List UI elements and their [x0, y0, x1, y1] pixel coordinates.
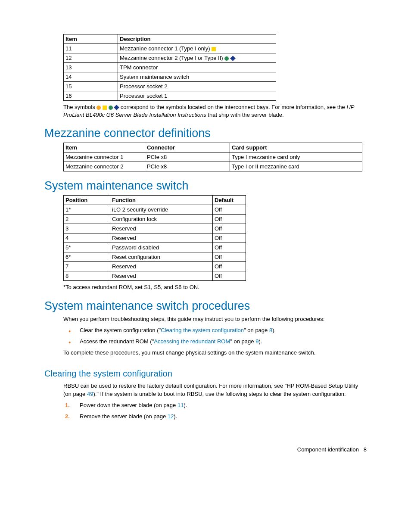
- section-name: Component identification: [297, 446, 359, 453]
- list-item: Remove the server blade (on page 12).: [63, 413, 367, 420]
- page-link[interactable]: 11: [177, 402, 184, 408]
- cell: Reserved: [110, 233, 213, 243]
- cell: Off: [213, 271, 246, 281]
- cell: PCIe x8: [145, 152, 230, 162]
- column-header: Item: [64, 143, 145, 152]
- csc-steps: Power down the server blade (on page 11)…: [63, 401, 367, 420]
- cell: 6*: [64, 252, 110, 262]
- cell-item: 11: [64, 44, 118, 53]
- cell-item: 16: [64, 91, 118, 101]
- cell-item: 13: [64, 63, 118, 72]
- page-link[interactable]: 49: [87, 391, 93, 397]
- table-row: 2Configuration lockOff: [64, 215, 246, 224]
- text: ).: [184, 402, 187, 408]
- cell: Off: [213, 233, 246, 243]
- cell: 5*: [64, 243, 110, 252]
- text: Processor socket 1: [120, 93, 168, 99]
- table-row: 11Mezzanine connector 1 (Type I only): [64, 44, 276, 53]
- cell: iLO 2 security override: [110, 205, 213, 215]
- heading-system-maintenance-switch: System maintenance switch: [44, 179, 367, 193]
- table-row: 7ReservedOff: [64, 262, 246, 271]
- column-header: Card support: [230, 143, 362, 152]
- text: that ship with the server blade.: [208, 112, 283, 118]
- text: Clear the system configuration (": [80, 327, 161, 333]
- cell: Password disabled: [110, 243, 213, 252]
- symbols-note: The symbols correspond to the symbols lo…: [63, 103, 367, 119]
- list-item: Power down the server blade (on page 11)…: [63, 401, 367, 409]
- cell-description: Processor socket 1: [118, 91, 276, 101]
- cell: PCIe x8: [145, 162, 230, 171]
- text: System maintenance switch: [120, 74, 189, 80]
- table-row: 13TPM connector: [64, 63, 276, 72]
- table-row: 15Processor socket 2: [64, 82, 276, 91]
- cell: Mezzanine connector 1: [64, 152, 145, 162]
- cell: Reset configuration: [110, 252, 213, 262]
- table-item-description: ItemDescription11Mezzanine connector 1 (…: [63, 34, 276, 101]
- table-mezzanine: ItemConnectorCard supportMezzanine conne…: [63, 143, 362, 171]
- text: ).: [272, 327, 276, 333]
- table-row: 3ReservedOff: [64, 224, 246, 233]
- cell: 8: [64, 271, 110, 281]
- cell: Off: [213, 215, 246, 224]
- column-header: Position: [64, 196, 110, 205]
- orange-circle-icon: [97, 106, 101, 110]
- sms-procedures-bullets: Clear the system configuration ("Clearin…: [63, 327, 367, 345]
- list-item: Access the redundant ROM ("Accessing the…: [63, 338, 367, 345]
- table-row: 8ReservedOff: [64, 271, 246, 281]
- cell-description: Processor socket 2: [118, 82, 276, 91]
- cell-description: System maintenance switch: [118, 72, 276, 82]
- table-row: Mezzanine connector 1PCIe x8Type I mezza…: [64, 152, 362, 162]
- table-row: Mezzanine connector 2PCIe x8Type I or II…: [64, 162, 362, 171]
- yellow-square-icon: [212, 47, 216, 51]
- text: correspond to the symbols located on the…: [121, 104, 347, 110]
- column-header: Default: [213, 196, 246, 205]
- text: Access the redundant ROM (": [80, 338, 154, 345]
- yellow-square-icon: [103, 106, 107, 110]
- table-row: 5*Password disabledOff: [64, 243, 246, 252]
- table-row: 6*Reset configurationOff: [64, 252, 246, 262]
- cell: Off: [213, 205, 246, 215]
- cell: Off: [213, 252, 246, 262]
- column-header: Connector: [145, 143, 230, 152]
- sms-footnote: *To access redundant ROM, set S1, S5, an…: [63, 283, 367, 291]
- cell: Configuration lock: [110, 215, 213, 224]
- cell: Off: [213, 262, 246, 271]
- text: Processor socket 2: [120, 83, 168, 90]
- cell-description: Mezzanine connector 2 (Type I or Type II…: [118, 53, 276, 63]
- text: TPM connector: [120, 64, 158, 71]
- cell: 3: [64, 224, 110, 233]
- cell: Mezzanine connector 2: [64, 162, 145, 171]
- cell: 7: [64, 262, 110, 271]
- text: )." If the system is unable to boot into…: [93, 391, 346, 397]
- cell-item: 14: [64, 72, 118, 82]
- page-link[interactable]: 12: [168, 413, 174, 420]
- column-header: Description: [118, 34, 276, 44]
- text: " on page: [244, 327, 269, 333]
- cell: Reserved: [110, 271, 213, 281]
- cell: Off: [213, 243, 246, 252]
- cell: Reserved: [110, 224, 213, 233]
- cell: 4: [64, 233, 110, 243]
- table-sms: PositionFunctionDefault1*iLO 2 security …: [63, 195, 246, 281]
- page-footer: Component identification 8: [44, 446, 367, 453]
- heading-mezzanine-definitions: Mezzanine connector definitions: [44, 127, 367, 140]
- text: ).: [258, 338, 262, 345]
- cell-description: TPM connector: [118, 63, 276, 72]
- table-row: 14System maintenance switch: [64, 72, 276, 82]
- cross-reference-link[interactable]: Accessing the redundant ROM: [154, 338, 230, 345]
- text: The symbols: [63, 104, 97, 110]
- column-header: Item: [64, 34, 118, 44]
- text: Mezzanine connector 2 (Type I or Type II…: [120, 55, 224, 61]
- cell-item: 12: [64, 53, 118, 63]
- cell: 1*: [64, 205, 110, 215]
- sms-procedures-outro: To complete these procedures, you must c…: [63, 349, 367, 357]
- green-circle-icon: [109, 106, 113, 110]
- table-row: 1*iLO 2 security overrideOff: [64, 205, 246, 215]
- heading-clearing-system-configuration: Clearing the system configuration: [44, 369, 367, 379]
- cell-description: Mezzanine connector 1 (Type I only): [118, 44, 276, 53]
- sms-procedures-intro: When you perform troubleshooting steps, …: [63, 315, 367, 323]
- text: Remove the server blade (on page: [80, 413, 168, 420]
- cell: 2: [64, 215, 110, 224]
- cross-reference-link[interactable]: Clearing the system configuration: [161, 327, 244, 333]
- text: ).: [174, 413, 177, 420]
